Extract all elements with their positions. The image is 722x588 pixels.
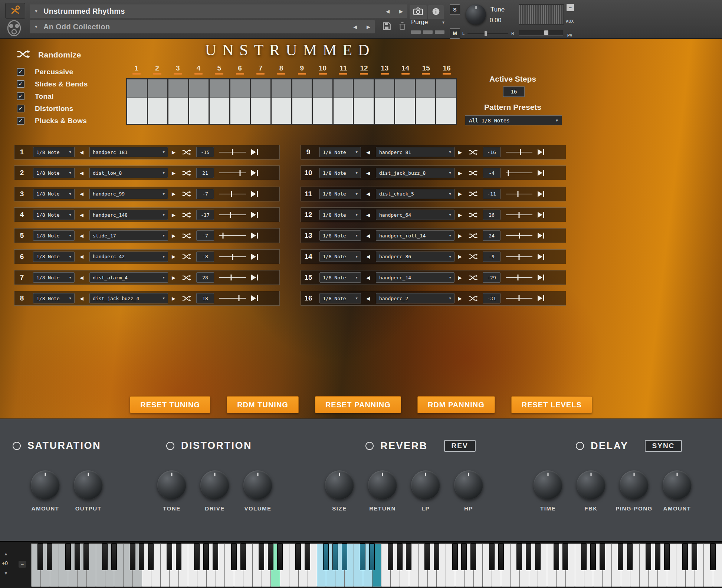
piano-key-black[interactable]: [600, 543, 605, 570]
step-marker[interactable]: [312, 73, 333, 78]
next-sample-button[interactable]: ▶: [169, 191, 178, 197]
piano-key-black[interactable]: [148, 543, 154, 570]
sample-select[interactable]: handperc_roll_14 ▼: [376, 230, 454, 241]
prev-sample-button[interactable]: ◀: [363, 170, 373, 176]
piano-key-black[interactable]: [655, 543, 660, 570]
saturation-output-knob[interactable]: [74, 470, 103, 499]
piano-key-black[interactable]: [75, 543, 80, 570]
output-volume-slider[interactable]: [519, 30, 563, 36]
piano-key-black[interactable]: [406, 543, 411, 570]
step-marker[interactable]: [333, 73, 354, 78]
next-sample-button[interactable]: ▶: [455, 191, 465, 197]
pan-slider[interactable]: [219, 170, 246, 176]
sample-select[interactable]: handperc_86 ▼: [376, 252, 454, 262]
reverb-enable-radio[interactable]: [365, 442, 374, 450]
pan-control[interactable]: L R: [462, 30, 514, 36]
piano-key-black[interactable]: [434, 543, 439, 570]
distortion-drive-knob[interactable]: [200, 470, 229, 499]
mute-button[interactable]: M: [450, 28, 460, 39]
piano-key-black[interactable]: [194, 543, 200, 570]
saturation-enable-radio[interactable]: [13, 442, 21, 450]
pan-slider[interactable]: [219, 295, 246, 301]
note-division-select[interactable]: 1/8 Note ▼: [319, 147, 361, 157]
prev-sample-button[interactable]: ◀: [77, 233, 86, 239]
pan-track[interactable]: [467, 33, 508, 34]
piano-key-black[interactable]: [295, 543, 301, 570]
next-snapshot-button[interactable]: ▶: [367, 24, 370, 30]
step-marker[interactable]: [250, 73, 271, 78]
sample-select[interactable]: handperc_81 ▼: [376, 147, 454, 157]
next-sample-button[interactable]: ▶: [169, 275, 178, 280]
next-sample-button[interactable]: ▶: [169, 233, 178, 239]
step-marker[interactable]: [374, 73, 395, 78]
note-division-select[interactable]: 1/8 Note ▼: [33, 210, 75, 220]
piano-key-black[interactable]: [590, 543, 596, 570]
piano-key-black[interactable]: [646, 543, 651, 570]
pan-handle[interactable]: [232, 254, 233, 260]
pan-handle[interactable]: [508, 170, 509, 176]
tune-amount-field[interactable]: -31: [483, 293, 501, 303]
piano-key-black[interactable]: [682, 543, 688, 570]
randomize-sample-button[interactable]: [180, 170, 193, 176]
next-sample-button[interactable]: ▶: [169, 150, 178, 155]
note-division-select[interactable]: 1/8 Note ▼: [319, 210, 361, 220]
delay-sync-button[interactable]: SYNC: [645, 440, 682, 452]
prev-sample-button[interactable]: ◀: [77, 275, 86, 280]
piano-key-black[interactable]: [37, 543, 43, 570]
preview-sample-button[interactable]: [251, 254, 258, 260]
next-sample-button[interactable]: ▶: [169, 170, 178, 176]
reverb-type-button[interactable]: REV: [444, 440, 476, 452]
sample-select[interactable]: handperc_14 ▼: [376, 272, 454, 283]
piano-key-black[interactable]: [111, 543, 117, 570]
pan-slider[interactable]: [506, 149, 532, 155]
piano-key-black[interactable]: [167, 543, 172, 570]
edit-instrument-button[interactable]: [5, 3, 25, 19]
saturation-amount-knob[interactable]: [31, 470, 60, 499]
prev-sample-button[interactable]: ◀: [77, 254, 86, 259]
piano-key-black[interactable]: [305, 543, 310, 570]
tune-amount-field[interactable]: -29: [483, 272, 501, 283]
preview-sample-button[interactable]: [251, 170, 258, 176]
prev-sample-button[interactable]: ◀: [77, 191, 86, 197]
distortion-enable-radio[interactable]: [166, 442, 174, 450]
reverb-hp-knob[interactable]: [454, 470, 483, 499]
sample-select[interactable]: handperc_64 ▼: [376, 210, 454, 220]
pan-slider[interactable]: [506, 275, 532, 280]
sample-select[interactable]: handperc_99 ▼: [89, 189, 168, 199]
pan-slider[interactable]: [506, 254, 532, 260]
save-snapshot-button[interactable]: [379, 20, 394, 33]
pan-handle[interactable]: [519, 212, 520, 218]
tune-amount-field[interactable]: -17: [196, 210, 214, 220]
step-cell[interactable]: [436, 79, 456, 124]
category-checkbox[interactable]: ✓: [17, 80, 24, 88]
pan-handle[interactable]: [230, 212, 231, 218]
sample-select[interactable]: dist_alarm_4 ▼: [89, 272, 168, 283]
next-sample-button[interactable]: ▶: [169, 254, 178, 259]
step-cell[interactable]: [354, 79, 375, 124]
piano-key-black[interactable]: [176, 543, 181, 570]
piano-key-black[interactable]: [388, 543, 393, 570]
category-checkbox[interactable]: ✓: [17, 92, 24, 100]
piano-key-black[interactable]: [710, 543, 716, 570]
pan-handle[interactable]: [520, 149, 521, 155]
pan-slider[interactable]: [219, 149, 246, 155]
sample-select[interactable]: handperc_2 ▼: [376, 293, 454, 303]
tune-amount-field[interactable]: 28: [196, 272, 214, 283]
pan-handle[interactable]: [231, 191, 232, 197]
pan-handle[interactable]: [232, 149, 233, 155]
step-cell[interactable]: [313, 79, 334, 124]
piano-key-black[interactable]: [259, 543, 264, 570]
active-steps-value[interactable]: 16: [503, 86, 525, 97]
pan-slider[interactable]: [506, 233, 532, 239]
preview-sample-button[interactable]: [538, 149, 544, 155]
step-cell[interactable]: [189, 79, 210, 124]
piano-key-black[interactable]: [102, 543, 108, 570]
piano-key-black[interactable]: [332, 543, 338, 570]
note-division-select[interactable]: 1/8 Note ▼: [319, 293, 361, 303]
piano-key-black[interactable]: [342, 543, 347, 570]
step-cell[interactable]: [127, 79, 148, 124]
prev-sample-button[interactable]: ◀: [363, 212, 373, 218]
pan-handle[interactable]: [519, 295, 520, 301]
step-cell[interactable]: [251, 79, 272, 124]
piano-key-black[interactable]: [470, 543, 476, 570]
